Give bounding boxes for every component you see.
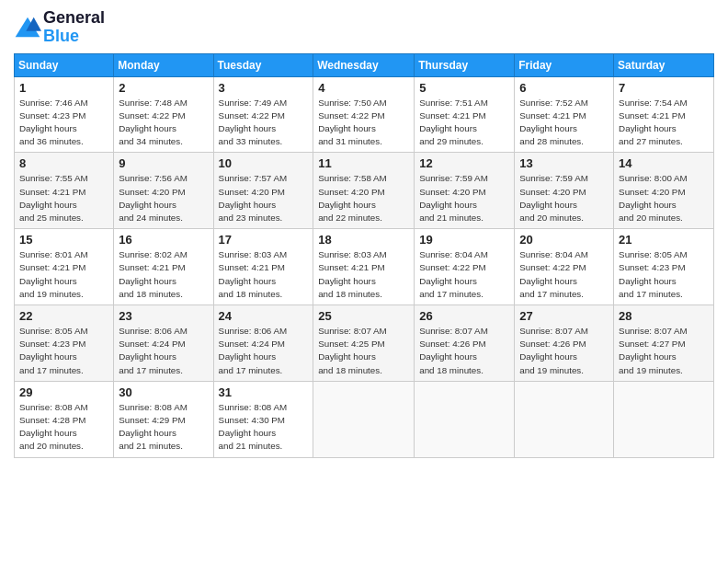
calendar-week-1: 1 Sunrise: 7:46 AMSunset: 4:23 PMDayligh… [15, 76, 714, 153]
day-info: Sunrise: 7:51 AMSunset: 4:21 PMDaylight … [419, 97, 509, 149]
calendar-cell: 6 Sunrise: 7:52 AMSunset: 4:21 PMDayligh… [515, 76, 614, 153]
calendar-cell: 15 Sunrise: 8:01 AMSunset: 4:21 PMDaylig… [15, 229, 114, 305]
calendar-cell: 18 Sunrise: 8:03 AMSunset: 4:21 PMDaylig… [313, 229, 415, 305]
day-info: Sunrise: 7:48 AMSunset: 4:22 PMDaylight … [119, 97, 208, 149]
day-info: Sunrise: 7:55 AMSunset: 4:21 PMDaylight … [19, 172, 108, 224]
calendar-body: 1 Sunrise: 7:46 AMSunset: 4:23 PMDayligh… [15, 76, 714, 457]
calendar-cell: 23 Sunrise: 8:06 AMSunset: 4:24 PMDaylig… [114, 305, 213, 382]
day-number: 10 [219, 156, 309, 170]
calendar-cell: 12 Sunrise: 7:59 AMSunset: 4:20 PMDaylig… [415, 153, 515, 229]
calendar-cell: 20 Sunrise: 8:04 AMSunset: 4:22 PMDaylig… [515, 229, 614, 305]
day-info: Sunrise: 8:05 AMSunset: 4:23 PMDaylight … [619, 248, 709, 301]
calendar-header-tuesday: Tuesday [213, 53, 313, 76]
calendar-cell: 31 Sunrise: 8:08 AMSunset: 4:30 PMDaylig… [213, 381, 313, 457]
day-info: Sunrise: 8:03 AMSunset: 4:21 PMDaylight … [219, 248, 309, 301]
day-number: 2 [119, 81, 208, 95]
day-info: Sunrise: 8:05 AMSunset: 4:23 PMDaylight … [19, 325, 108, 377]
calendar-cell: 17 Sunrise: 8:03 AMSunset: 4:21 PMDaylig… [213, 229, 313, 305]
day-info: Sunrise: 7:59 AMSunset: 4:20 PMDaylight … [419, 172, 509, 224]
day-info: Sunrise: 8:07 AMSunset: 4:26 PMDaylight … [419, 325, 509, 377]
day-info: Sunrise: 8:07 AMSunset: 4:26 PMDaylight … [519, 325, 609, 377]
calendar-cell: 7 Sunrise: 7:54 AMSunset: 4:21 PMDayligh… [614, 76, 714, 153]
day-number: 18 [318, 233, 409, 247]
day-info: Sunrise: 8:07 AMSunset: 4:25 PMDaylight … [318, 325, 409, 377]
day-info: Sunrise: 8:06 AMSunset: 4:24 PMDaylight … [119, 325, 208, 377]
day-info: Sunrise: 8:08 AMSunset: 4:29 PMDaylight … [119, 401, 208, 454]
calendar-header-thursday: Thursday [415, 53, 515, 76]
day-number: 28 [619, 309, 709, 323]
day-number: 4 [318, 81, 409, 95]
calendar-cell: 22 Sunrise: 8:05 AMSunset: 4:23 PMDaylig… [15, 305, 114, 382]
calendar-cell: 10 Sunrise: 7:57 AMSunset: 4:20 PMDaylig… [213, 153, 313, 229]
day-info: Sunrise: 8:08 AMSunset: 4:30 PMDaylight … [219, 401, 309, 454]
day-number: 21 [619, 233, 709, 247]
calendar-week-5: 29 Sunrise: 8:08 AMSunset: 4:28 PMDaylig… [15, 381, 714, 457]
calendar-header-row: SundayMondayTuesdayWednesdayThursdayFrid… [15, 53, 714, 76]
day-info: Sunrise: 7:54 AMSunset: 4:21 PMDaylight … [619, 97, 709, 149]
day-number: 24 [219, 309, 309, 323]
calendar-cell: 30 Sunrise: 8:08 AMSunset: 4:29 PMDaylig… [114, 381, 213, 457]
calendar-cell: 24 Sunrise: 8:06 AMSunset: 4:24 PMDaylig… [213, 305, 313, 382]
calendar-week-2: 8 Sunrise: 7:55 AMSunset: 4:21 PMDayligh… [15, 153, 714, 229]
calendar-week-3: 15 Sunrise: 8:01 AMSunset: 4:21 PMDaylig… [15, 229, 714, 305]
calendar-cell: 29 Sunrise: 8:08 AMSunset: 4:28 PMDaylig… [15, 381, 114, 457]
calendar-cell: 1 Sunrise: 7:46 AMSunset: 4:23 PMDayligh… [15, 76, 114, 153]
day-info: Sunrise: 8:06 AMSunset: 4:24 PMDaylight … [219, 325, 309, 377]
day-number: 22 [19, 309, 108, 323]
calendar-cell: 27 Sunrise: 8:07 AMSunset: 4:26 PMDaylig… [515, 305, 614, 382]
day-number: 19 [419, 233, 509, 247]
day-number: 26 [419, 309, 509, 323]
day-info: Sunrise: 7:56 AMSunset: 4:20 PMDaylight … [119, 172, 208, 224]
calendar-cell: 16 Sunrise: 8:02 AMSunset: 4:21 PMDaylig… [114, 229, 213, 305]
day-info: Sunrise: 8:03 AMSunset: 4:21 PMDaylight … [318, 248, 409, 301]
calendar-header-saturday: Saturday [614, 53, 714, 76]
calendar-cell: 8 Sunrise: 7:55 AMSunset: 4:21 PMDayligh… [15, 153, 114, 229]
day-info: Sunrise: 7:59 AMSunset: 4:20 PMDaylight … [519, 172, 609, 224]
calendar-week-4: 22 Sunrise: 8:05 AMSunset: 4:23 PMDaylig… [15, 305, 714, 382]
day-number: 5 [419, 81, 509, 95]
day-number: 30 [119, 385, 208, 399]
day-info: Sunrise: 8:08 AMSunset: 4:28 PMDaylight … [19, 401, 108, 454]
day-number: 31 [219, 385, 309, 399]
day-info: Sunrise: 7:50 AMSunset: 4:22 PMDaylight … [318, 97, 409, 149]
day-number: 27 [519, 309, 609, 323]
calendar-cell: 11 Sunrise: 7:58 AMSunset: 4:20 PMDaylig… [313, 153, 415, 229]
calendar-cell [313, 381, 415, 457]
calendar-cell: 3 Sunrise: 7:49 AMSunset: 4:22 PMDayligh… [213, 76, 313, 153]
day-number: 25 [318, 309, 409, 323]
day-number: 1 [19, 81, 108, 95]
day-info: Sunrise: 7:46 AMSunset: 4:23 PMDaylight … [19, 97, 108, 149]
day-info: Sunrise: 7:52 AMSunset: 4:21 PMDaylight … [519, 97, 609, 149]
calendar-cell: 26 Sunrise: 8:07 AMSunset: 4:26 PMDaylig… [415, 305, 515, 382]
calendar-cell: 9 Sunrise: 7:56 AMSunset: 4:20 PMDayligh… [114, 153, 213, 229]
day-number: 12 [419, 156, 509, 170]
day-number: 15 [19, 233, 108, 247]
day-info: Sunrise: 8:07 AMSunset: 4:27 PMDaylight … [619, 325, 709, 377]
day-number: 8 [19, 156, 108, 170]
calendar-cell: 13 Sunrise: 7:59 AMSunset: 4:20 PMDaylig… [515, 153, 614, 229]
calendar-cell: 25 Sunrise: 8:07 AMSunset: 4:25 PMDaylig… [313, 305, 415, 382]
day-number: 7 [619, 81, 709, 95]
day-info: Sunrise: 7:49 AMSunset: 4:22 PMDaylight … [219, 97, 309, 149]
calendar-cell: 21 Sunrise: 8:05 AMSunset: 4:23 PMDaylig… [614, 229, 714, 305]
day-info: Sunrise: 8:00 AMSunset: 4:20 PMDaylight … [619, 172, 709, 224]
logo-text: General Blue [43, 9, 105, 46]
day-info: Sunrise: 8:02 AMSunset: 4:21 PMDaylight … [119, 248, 208, 301]
day-number: 20 [519, 233, 609, 247]
calendar-cell: 28 Sunrise: 8:07 AMSunset: 4:27 PMDaylig… [614, 305, 714, 382]
day-number: 6 [519, 81, 609, 95]
day-number: 23 [119, 309, 208, 323]
calendar-cell: 2 Sunrise: 7:48 AMSunset: 4:22 PMDayligh… [114, 76, 213, 153]
calendar-cell [515, 381, 614, 457]
calendar-cell [415, 381, 515, 457]
calendar-cell [614, 381, 714, 457]
day-number: 29 [19, 385, 108, 399]
page-header: General Blue [14, 9, 714, 46]
calendar-header-friday: Friday [515, 53, 614, 76]
calendar-header-sunday: Sunday [15, 53, 114, 76]
day-info: Sunrise: 7:58 AMSunset: 4:20 PMDaylight … [318, 172, 409, 224]
calendar-header-wednesday: Wednesday [313, 53, 415, 76]
calendar-cell: 5 Sunrise: 7:51 AMSunset: 4:21 PMDayligh… [415, 76, 515, 153]
calendar-table: SundayMondayTuesdayWednesdayThursdayFrid… [14, 53, 714, 458]
day-number: 9 [119, 156, 208, 170]
